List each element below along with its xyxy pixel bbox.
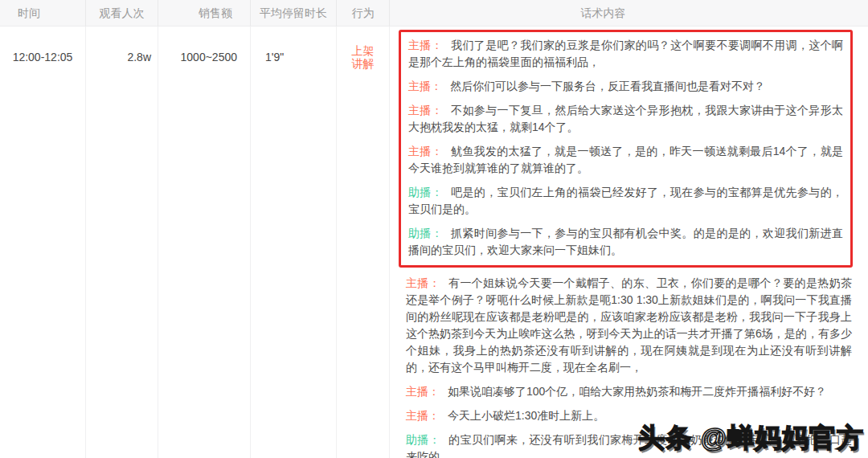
- speaker-label: 助播：: [406, 433, 440, 446]
- cell-sales-range: 1000~2500: [158, 27, 251, 458]
- cell-view-count: 2.8w: [86, 27, 158, 458]
- data-table: 时间 观看人次 销售额 平均停留时长 行为 话术内容 12:00-12:05 2…: [0, 0, 868, 458]
- highlight-red-box: 主播：我们了是吧？我们家的豆浆是你们家的吗？这个啊要不要调啊不用调，这个啊是那个…: [399, 30, 853, 268]
- column-header-views: 观看人次: [86, 0, 158, 27]
- speaker-label: 主播：: [408, 39, 443, 51]
- speaker-label: 助播：: [408, 227, 443, 239]
- speaker-label: 主播：: [406, 276, 440, 289]
- speaker-label: 主播：: [406, 409, 440, 422]
- column-header-avg-stay: 平均停留时长: [251, 0, 337, 27]
- speaker-label: 主播：: [408, 145, 443, 157]
- message-text: 如果说咱凑够了100个亿，咱给大家用热奶茶和梅开二度炸开播福利好不好？: [448, 385, 826, 398]
- message-text: 然后你们可以参与一下服务台，反正看我直播间也是看对不对？: [450, 80, 765, 92]
- script-message: 主播：我们了是吧？我们家的豆浆是你们家的吗？这个啊要不要调啊不用调，这个啊是那个…: [408, 37, 843, 71]
- action-line-2: 讲解: [337, 57, 389, 70]
- script-content-cell: 主播：我们了是吧？我们家的豆浆是你们家的吗？这个啊要不要调啊不用调，这个啊是那个…: [390, 27, 868, 458]
- script-message: 主播：如果说咱凑够了100个亿，咱给大家用热奶茶和梅开二度炸开播福利好不好？: [406, 383, 852, 400]
- script-message: 主播：今天上小破烂1:30准时上新上。: [406, 407, 852, 424]
- speaker-label: 助播：: [408, 186, 443, 198]
- script-message: 主播：不如参与一下复旦，然后给大家送这个异形抱枕，我跟大家讲由于这个异形太大抱枕…: [408, 102, 843, 136]
- script-messages-below-box: 主播：有一个姐妹说今天要一个戴帽子、的东、卫衣，你们要的是哪个？要的是热奶茶还是…: [390, 275, 868, 458]
- script-message: 助播：的宝贝们啊来，还没有听到我们家梅开二度和热奶茶讲解的宝贝，赶紧把一口起来吃…: [406, 431, 852, 458]
- message-text: 鱿鱼我发的太猛了，就是一顿送了，是的，昨天一顿送就剩最后14个了，就是今天谁抢到…: [408, 145, 843, 174]
- message-text: 我们了是吧？我们家的豆浆是你们家的吗？这个啊要不要调啊不用调，这个啊是那个左上角…: [408, 39, 843, 68]
- column-header-action: 行为: [337, 0, 390, 27]
- cell-action: 上架 讲解: [337, 27, 390, 458]
- script-message: 助播：吧是的，宝贝们左上角的福袋已经发好了，现在参与的宝都算是优先参与的，宝贝们…: [408, 184, 843, 218]
- message-text: 抓紧时间参与一下，参与的宝贝都有机会中奖。的是的是的，欢迎我们新进直播间的宝贝们…: [408, 227, 843, 256]
- cell-time-range: 12:00-12:05: [0, 27, 86, 458]
- message-text: 有一个姐妹说今天要一个戴帽子、的东、卫衣，你们要的是哪个？要的是热奶茶还是举个例…: [406, 276, 852, 374]
- speaker-label: 主播：: [408, 104, 443, 117]
- script-message: 主播：有一个姐妹说今天要一个戴帽子、的东、卫衣，你们要的是哪个？要的是热奶茶还是…: [406, 275, 852, 376]
- speaker-label: 主播：: [406, 385, 440, 398]
- message-text: 吧是的，宝贝们左上角的福袋已经发好了，现在参与的宝都算是优先参与的，宝贝们是的。: [408, 186, 843, 215]
- column-header-time: 时间: [0, 0, 86, 27]
- cell-avg-stay: 1'9": [251, 27, 337, 458]
- column-header-sales: 销售额: [158, 0, 251, 27]
- script-message: 主播：然后你们可以参与一下服务台，反正看我直播间也是看对不对？: [408, 78, 843, 95]
- speaker-label: 主播：: [408, 80, 442, 92]
- message-text: 不如参与一下复旦，然后给大家送这个异形抱枕，我跟大家讲由于这个异形太大抱枕我发的…: [408, 104, 843, 133]
- column-header-script: 话术内容: [390, 0, 868, 27]
- script-message: 助播：抓紧时间参与一下，参与的宝贝都有机会中奖。的是的是的，欢迎我们新进直播间的…: [408, 225, 843, 259]
- livestream-script-table-screen: 时间 观看人次 销售额 平均停留时长 行为 话术内容 12:00-12:05 2…: [0, 0, 868, 458]
- message-text: 今天上小破烂1:30准时上新上。: [448, 409, 604, 422]
- script-message: 主播：鱿鱼我发的太猛了，就是一顿送了，是的，昨天一顿送就剩最后14个了，就是今天…: [408, 143, 843, 177]
- message-text: 的宝贝们啊来，还没有听到我们家梅开二度和热奶茶讲解的宝贝，赶紧把一口起来吃的。: [406, 433, 852, 458]
- action-line-1: 上架: [337, 44, 389, 57]
